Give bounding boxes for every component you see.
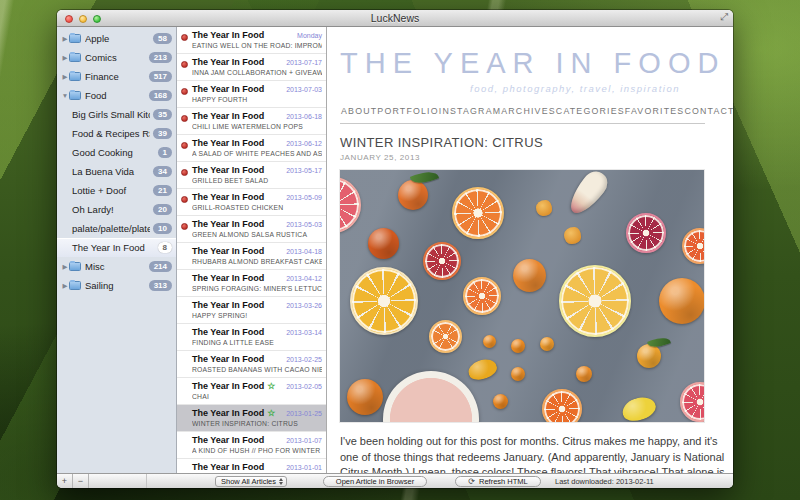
fruit-shape bbox=[513, 259, 546, 292]
list-item[interactable]: The Year In Food2013-06-18CHILI LIME WAT… bbox=[177, 108, 326, 135]
site-nav: ABOUTPORTFOLIOINSTAGRAMARCHIVESCATEGORIE… bbox=[340, 106, 705, 124]
fruit-shape bbox=[559, 265, 631, 337]
fruit-shape bbox=[347, 379, 383, 415]
nav-link-categories[interactable]: CATEGORIES bbox=[556, 106, 625, 116]
list-item[interactable]: The Year In FoodMondayEATING WELL ON THE… bbox=[177, 27, 326, 54]
leaf-shape bbox=[410, 170, 439, 187]
list-item[interactable]: The Year In Food2013-07-17INNA JAM COLLA… bbox=[177, 54, 326, 81]
sidebar-item-label: Misc bbox=[85, 261, 146, 272]
citrus-photo bbox=[340, 170, 704, 422]
nav-link-archives[interactable]: ARCHIVES bbox=[501, 106, 556, 116]
disclosure-triangle-icon[interactable]: ▶ bbox=[61, 282, 69, 290]
nav-link-favorites[interactable]: FAVORITES bbox=[625, 106, 685, 116]
sidebar-item-the-year-in-food[interactable]: The Year In Food8 bbox=[57, 238, 176, 257]
sidebar-item-misc[interactable]: ▶Misc214 bbox=[57, 257, 176, 276]
unread-count-badge: 214 bbox=[149, 261, 172, 272]
article-feed-title: The Year In Food bbox=[192, 57, 264, 67]
folder-icon bbox=[69, 34, 81, 43]
nav-link-portfolio[interactable]: PORTFOLIO bbox=[377, 106, 438, 116]
sidebar-item-food[interactable]: ▼Food168 bbox=[57, 86, 176, 105]
list-item[interactable]: The Year In Food2013-04-18RHUBARB ALMOND… bbox=[177, 243, 326, 270]
sidebar-item-la-buena-vida[interactable]: La Buena Vida34 bbox=[57, 162, 176, 181]
sidebar-item-finance[interactable]: ▶Finance517 bbox=[57, 67, 176, 86]
unread-count-badge: 58 bbox=[153, 33, 172, 44]
list-item[interactable]: The Year In Food2013-05-09GRILL-ROASTED … bbox=[177, 189, 326, 216]
list-item[interactable]: The Year In Food2013-05-03GREEN ALMOND S… bbox=[177, 216, 326, 243]
list-item[interactable]: The Year In Food2013-07-03HAPPY FOURTH bbox=[177, 81, 326, 108]
fruit-shape bbox=[564, 227, 581, 244]
disclosure-triangle-icon[interactable]: ▼ bbox=[61, 92, 69, 99]
post-title: WINTER INSPIRATION: CITRUS bbox=[340, 135, 705, 150]
refresh-html-button[interactable]: ⟳ Refresh HTML bbox=[455, 476, 541, 487]
plate-shape bbox=[383, 371, 479, 422]
unread-count-badge: 313 bbox=[149, 280, 172, 291]
fruit-shape bbox=[452, 187, 504, 239]
fruit-shape bbox=[483, 335, 496, 348]
article-filter-dropdown[interactable]: Show All Articles bbox=[215, 476, 287, 487]
list-item[interactable]: The Year In Food2013-02-25ROASTED BANANA… bbox=[177, 351, 326, 378]
list-item[interactable]: The Year In Food2013-03-14FINDING A LITT… bbox=[177, 324, 326, 351]
sidebar-item-label: Big Girls Small Kitchen bbox=[61, 109, 150, 120]
sidebar-item-apple[interactable]: ▶Apple58 bbox=[57, 29, 176, 48]
fruit-shape bbox=[340, 177, 361, 233]
sidebar-item-food-recipes-rss-feed[interactable]: Food & Recipes RSS Feed39 bbox=[57, 124, 176, 143]
star-icon[interactable]: ☆ bbox=[267, 408, 275, 418]
disclosure-triangle-icon[interactable]: ▶ bbox=[61, 263, 69, 271]
article-feed-title: The Year In Food bbox=[192, 30, 264, 40]
sidebar-item-comics[interactable]: ▶Comics213 bbox=[57, 48, 176, 67]
fruit-shape bbox=[423, 242, 461, 280]
list-item[interactable]: The Year In Food2013-01-07A KIND OF HUSH… bbox=[177, 432, 326, 459]
title-bar[interactable]: LuckNews ⤢ bbox=[57, 10, 733, 27]
sidebar-item-label: Comics bbox=[85, 52, 146, 63]
unread-count-badge: 39 bbox=[153, 128, 172, 139]
fruit-shape bbox=[463, 277, 501, 315]
fruit-shape bbox=[536, 200, 552, 216]
star-icon[interactable]: ☆ bbox=[267, 381, 275, 391]
list-item[interactable]: The Year In Food☆2013-02-05CHAI bbox=[177, 378, 326, 405]
article-date: 2013-01-01 bbox=[286, 464, 322, 471]
sidebar-item-palate-palette-plate[interactable]: palate/palette/plate10 bbox=[57, 219, 176, 238]
list-item[interactable]: The Year In Food2013-06-12A SALAD OF WHI… bbox=[177, 135, 326, 162]
unread-count-badge: 213 bbox=[149, 52, 172, 63]
list-item[interactable]: The Year In Food☆2013-01-25WINTER INSPIR… bbox=[177, 405, 326, 432]
remove-feed-button[interactable]: − bbox=[73, 474, 89, 488]
fruit-shape bbox=[350, 267, 418, 335]
article-feed-title: The Year In Food bbox=[192, 327, 264, 337]
article-subtitle: HAPPY SPRING! bbox=[192, 312, 322, 319]
list-item[interactable]: The Year In Food2013-05-17GRILLED BEET S… bbox=[177, 162, 326, 189]
list-item[interactable]: The Year In Food2013-01-01 bbox=[177, 459, 326, 473]
minimize-button[interactable] bbox=[79, 15, 87, 23]
site-tagline: food, photography, travel, inspiration bbox=[340, 83, 705, 94]
article-subtitle: GRILL-ROASTED CHICKEN bbox=[192, 204, 322, 211]
nav-link-instagram[interactable]: INSTAGRAM bbox=[439, 106, 501, 116]
zoom-button[interactable] bbox=[93, 15, 101, 23]
article-feed-title: The Year In Food bbox=[192, 354, 264, 364]
open-article-button[interactable]: Open Article in Browser bbox=[323, 476, 427, 487]
sidebar-item-big-girls-small-kitchen[interactable]: Big Girls Small Kitchen35 bbox=[57, 105, 176, 124]
unread-dot-icon bbox=[181, 88, 188, 95]
list-item[interactable]: The Year In Food2013-03-26HAPPY SPRING! bbox=[177, 297, 326, 324]
disclosure-triangle-icon[interactable]: ▶ bbox=[61, 35, 69, 43]
article-subtitle: ROASTED BANANAS WITH CACAO NIBS + PISTA… bbox=[192, 366, 322, 373]
article-feed-title: The Year In Food bbox=[192, 84, 264, 94]
refresh-icon: ⟳ bbox=[468, 477, 475, 486]
article-date: 2013-01-07 bbox=[286, 437, 322, 444]
refresh-label: Refresh HTML bbox=[479, 477, 528, 486]
article-feed-title: The Year In Food bbox=[192, 408, 264, 418]
sidebar-item-lottie-doof[interactable]: Lottie + Doof21 bbox=[57, 181, 176, 200]
add-feed-button[interactable]: + bbox=[57, 474, 73, 488]
fruit-shape bbox=[659, 278, 704, 324]
sidebar-item-good-cooking[interactable]: Good Cooking1 bbox=[57, 143, 176, 162]
disclosure-triangle-icon[interactable]: ▶ bbox=[61, 73, 69, 81]
article-feed-title: The Year In Food bbox=[192, 273, 264, 283]
sidebar-item-sailing[interactable]: ▶Sailing313 bbox=[57, 276, 176, 295]
sidebar-item-oh-lardy-[interactable]: Oh Lardy!20 bbox=[57, 200, 176, 219]
nav-link-about[interactable]: ABOUT bbox=[341, 106, 377, 116]
list-item[interactable]: The Year In Food2013-04-12SPRING FORAGIN… bbox=[177, 270, 326, 297]
fullscreen-icon[interactable]: ⤢ bbox=[720, 11, 728, 23]
disclosure-triangle-icon[interactable]: ▶ bbox=[61, 54, 69, 62]
folder-icon bbox=[69, 91, 81, 100]
nav-link-contact[interactable]: CONTACT bbox=[684, 106, 733, 116]
site-title: THE YEAR IN FOOD bbox=[340, 47, 705, 80]
close-button[interactable] bbox=[65, 15, 73, 23]
